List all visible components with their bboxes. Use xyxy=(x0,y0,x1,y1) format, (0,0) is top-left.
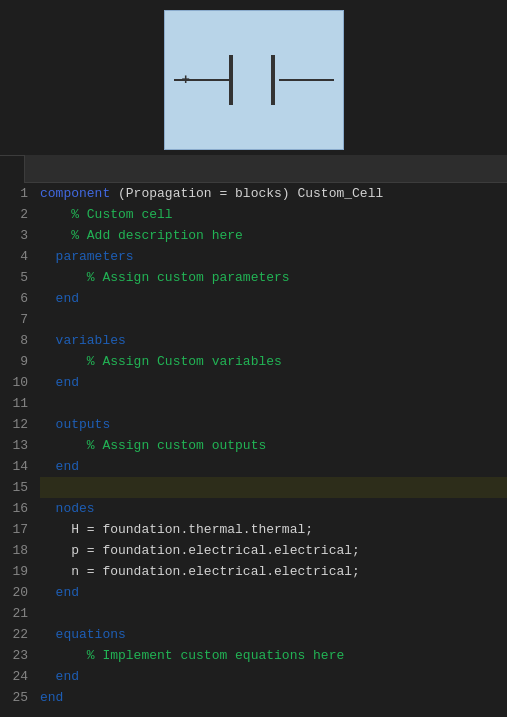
plate-right xyxy=(271,55,275,105)
code-line xyxy=(40,477,507,498)
line-number: 19 xyxy=(6,561,28,582)
line-number: 23 xyxy=(6,645,28,666)
code-line xyxy=(40,603,507,624)
line-numbers: 1234567891011121314151617181920212223242… xyxy=(0,183,36,717)
line-number: 21 xyxy=(6,603,28,624)
line-number: 25 xyxy=(6,687,28,708)
line-number: 6 xyxy=(6,288,28,309)
line-number: 11 xyxy=(6,393,28,414)
code-line: nodes xyxy=(40,498,507,519)
code-line xyxy=(40,309,507,330)
code-line: end xyxy=(40,666,507,687)
code-line: end xyxy=(40,372,507,393)
line-number: 13 xyxy=(6,435,28,456)
component-symbol: + - xyxy=(174,40,334,120)
code-line: end xyxy=(40,288,507,309)
line-number: 16 xyxy=(6,498,28,519)
code-line: p = foundation.electrical.electrical; xyxy=(40,540,507,561)
code-line: equations xyxy=(40,624,507,645)
line-number: 15 xyxy=(6,477,28,498)
code-line: % Assign custom parameters xyxy=(40,267,507,288)
line-number: 4 xyxy=(6,246,28,267)
code-line: variables xyxy=(40,330,507,351)
code-line: % Assign custom outputs xyxy=(40,435,507,456)
line-number: 1 xyxy=(6,183,28,204)
line-number: 14 xyxy=(6,456,28,477)
code-editor: 1234567891011121314151617181920212223242… xyxy=(0,183,507,717)
code-line: n = foundation.electrical.electrical; xyxy=(40,561,507,582)
line-number: 20 xyxy=(6,582,28,603)
line-number: 3 xyxy=(6,225,28,246)
code-line xyxy=(40,393,507,414)
component-diagram: + - xyxy=(164,10,344,150)
code-line: end xyxy=(40,687,507,708)
code-line: end xyxy=(40,456,507,477)
line-number: 7 xyxy=(6,309,28,330)
line-number: 22 xyxy=(6,624,28,645)
line-number: 17 xyxy=(6,519,28,540)
preview-area: + - xyxy=(0,0,507,155)
code-line: component (Propagation = blocks) Custom_… xyxy=(40,183,507,204)
line-number: 2 xyxy=(6,204,28,225)
file-tab[interactable] xyxy=(0,155,25,183)
plate-left xyxy=(229,55,233,105)
code-line: end xyxy=(40,582,507,603)
code-line: outputs xyxy=(40,414,507,435)
code-line: % Implement custom equations here xyxy=(40,645,507,666)
line-number: 9 xyxy=(6,351,28,372)
line-number: 12 xyxy=(6,414,28,435)
line-number: 8 xyxy=(6,330,28,351)
code-line: % Custom cell xyxy=(40,204,507,225)
tab-bar xyxy=(0,155,507,183)
code-line: H = foundation.thermal.thermal; xyxy=(40,519,507,540)
line-number: 5 xyxy=(6,267,28,288)
minus-sign: - xyxy=(319,71,329,89)
code-line: % Assign Custom variables xyxy=(40,351,507,372)
code-line: parameters xyxy=(40,246,507,267)
plus-sign: + xyxy=(182,72,190,88)
line-number: 24 xyxy=(6,666,28,687)
line-number: 18 xyxy=(6,540,28,561)
code-line: % Add description here xyxy=(40,225,507,246)
code-content[interactable]: component (Propagation = blocks) Custom_… xyxy=(36,183,507,717)
line-number: 10 xyxy=(6,372,28,393)
